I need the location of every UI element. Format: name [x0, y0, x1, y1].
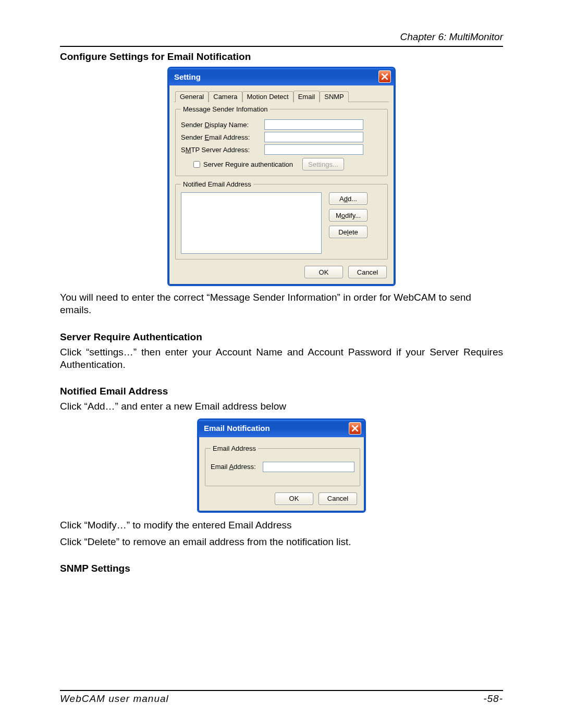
tab-row: General Camera Motion Detect Email SNMP [174, 90, 389, 102]
label-email-address: Email Address: [211, 463, 263, 471]
smtp-input[interactable] [264, 144, 363, 155]
tab-general[interactable]: General [175, 91, 209, 102]
sender-email-input[interactable] [264, 132, 363, 142]
section-auth: Server Require Authentication [60, 331, 503, 343]
dialog2-title: Email Notification [204, 424, 270, 433]
group-notified-legend: Notified Email Address [181, 180, 253, 188]
email-notification-dialog: Email Notification Email Address Email A… [197, 418, 366, 513]
auth-checkbox[interactable] [193, 161, 200, 168]
setting-dialog: Setting General Camera Motion Detect Ema… [167, 67, 396, 286]
auth-label: Server Reguire authentication [203, 161, 293, 168]
paragraph-auth: Click “settings…” then enter your Accoun… [60, 346, 503, 372]
section-notified: Notified Email Address [60, 386, 503, 397]
chapter-heading: Chapter 6: MultiMonitor [60, 31, 503, 43]
group-sender-legend: Message Sender Infomation [181, 105, 270, 113]
header-rule [60, 46, 503, 47]
label-sender-email: Sender Email Address: [181, 133, 264, 141]
modify-button[interactable]: Modify... [329, 209, 368, 221]
group-email-address: Email Address Email Address: [205, 445, 360, 486]
page-footer: WebCAM user manual -58- [60, 690, 503, 705]
tab-email[interactable]: Email [293, 91, 320, 103]
group-notified: Notified Email Address Add... Modify... … [175, 180, 388, 260]
delete-button[interactable]: Delete [329, 226, 368, 238]
titlebar[interactable]: Setting [169, 68, 394, 85]
notified-listbox[interactable] [181, 192, 322, 254]
paragraph-delete: Click “Delete” to remove an email addres… [60, 536, 503, 548]
section-configure-email: Configure Settings for Email Notificatio… [60, 51, 503, 63]
paragraph-add: Click “Add…” and enter a new Email addre… [60, 400, 503, 413]
tab-camera[interactable]: Camera [209, 91, 242, 102]
email-address-input[interactable] [263, 462, 354, 472]
paragraph-sender-info: You will need to enter the correct “Mess… [60, 291, 503, 317]
tab-motion-detect[interactable]: Motion Detect [242, 91, 293, 102]
footer-page: -58- [483, 693, 503, 705]
close-icon[interactable] [378, 70, 391, 83]
settings-button[interactable]: Settings... [302, 158, 344, 170]
cancel-button[interactable]: Cancel [348, 266, 387, 278]
paragraph-modify: Click “Modify…” to modify the entered Em… [60, 519, 503, 532]
dialog-title: Setting [174, 72, 201, 81]
group-email-legend: Email Address [211, 445, 258, 452]
sender-display-input[interactable] [264, 119, 363, 130]
label-sender-display: Sender Display Name: [181, 121, 264, 129]
ok-button-2[interactable]: OK [275, 492, 313, 505]
section-snmp: SNMP Settings [60, 563, 503, 574]
label-smtp: SMTP Server Address: [181, 146, 264, 154]
cancel-button-2[interactable]: Cancel [319, 492, 357, 505]
footer-manual: WebCAM user manual [60, 693, 169, 705]
close-icon-2[interactable] [349, 422, 361, 435]
group-sender-info: Message Sender Infomation Sender Display… [175, 105, 388, 176]
tab-snmp[interactable]: SNMP [320, 91, 349, 102]
ok-button[interactable]: OK [304, 266, 343, 278]
titlebar-2[interactable]: Email Notification [199, 420, 364, 437]
add-button[interactable]: Add... [329, 192, 368, 205]
